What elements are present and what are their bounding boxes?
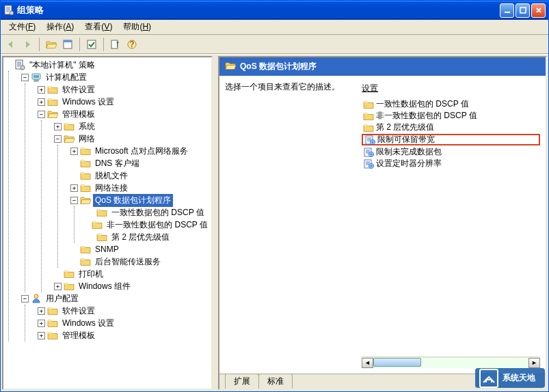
folder-icon [47,318,58,328]
list-item[interactable]: 限制未完成数据包 [362,146,540,158]
folder-open-icon [64,133,75,144]
tree-dscp-conforming[interactable]: 一致性数据包的 DSCP 值 [87,206,210,219]
tree-u-admin-templates[interactable]: +管理模板 [38,329,210,341]
watermark-icon [479,369,498,388]
list-item[interactable]: 一致性数据包的 DSCP 值 [362,98,540,110]
export-list-button[interactable] [108,37,123,52]
watermark: 系统天地 [475,368,545,388]
scroll-thumb[interactable] [373,358,421,367]
folder-icon [80,244,91,255]
list-item-label: 限制可保留带宽 [377,134,435,145]
list-item[interactable]: 第 2 层优先级值 [362,122,540,133]
collapse-icon[interactable]: − [54,135,62,143]
tree-bits[interactable]: 后台智能传送服务 [70,255,210,268]
scroll-left-button[interactable]: ◄ [362,358,373,368]
svg-rect-15 [520,8,526,13]
computer-icon [31,72,42,83]
folder-icon [80,182,91,193]
folder-icon [363,122,374,133]
expand-icon[interactable]: + [38,320,45,327]
tree-system[interactable]: +系统 [54,120,210,132]
folder-icon [92,219,103,230]
expand-icon[interactable]: + [38,86,45,94]
menu-file[interactable]: 文件(F) [3,20,41,34]
tree-network-conn[interactable]: +网络连接 [70,182,210,194]
expand-icon[interactable]: + [54,283,62,290]
scroll-track[interactable] [373,358,528,368]
tree-admin-templates[interactable]: −管理模板 [38,108,210,120]
expand-icon[interactable]: + [70,184,78,192]
list-item[interactable]: 非一致性数据包的 DSCP 值 [362,110,540,122]
app-icon [3,5,14,16]
nav-back-button[interactable] [3,37,18,52]
folder-icon [96,232,107,242]
folder-open-icon [80,195,91,206]
svg-rect-14 [505,12,510,13]
collapse-icon[interactable]: − [21,74,29,81]
collapse-icon[interactable]: − [38,111,45,118]
menu-help[interactable]: 帮助(H) [118,20,157,34]
column-header-settings[interactable]: 设置 [362,81,540,98]
menu-view[interactable]: 查看(V) [79,20,118,34]
folder-icon [80,158,91,169]
expand-icon[interactable]: + [38,98,45,106]
expand-icon[interactable]: + [54,123,62,130]
folder-icon [64,268,75,279]
menubar: 文件(F) 操作(A) 查看(V) 帮助(H) [1,20,548,35]
minimize-button[interactable] [500,3,514,18]
tree-computer-config[interactable]: −计算机配置 [21,71,210,83]
tree-dns-client[interactable]: DNS 客户端 [70,157,210,169]
tree-layer2-priority[interactable]: 第 2 层优先级值 [87,231,210,243]
tree-qos[interactable]: −QoS 数据包计划程序 [70,194,210,206]
tree-u-windows-settings[interactable]: +Windows 设置 [38,317,210,329]
folder-icon [80,170,91,181]
details-description: 选择一个项目来查看它的描述。 [225,81,362,368]
splitter[interactable] [214,55,217,391]
tree-windows-settings[interactable]: +Windows 设置 [38,96,210,108]
list-item-label: 一致性数据包的 DSCP 值 [376,98,469,110]
properties-button[interactable] [84,37,99,52]
settings-list[interactable]: 设置 一致性数据包的 DSCP 值非一致性数据包的 DSCP 值第 2 层优先级… [362,81,540,368]
help-button[interactable] [124,37,139,52]
expand-icon[interactable]: + [70,148,78,155]
details-pane: QoS 数据包计划程序 选择一个项目来查看它的描述。 设置 一致性数据包的 DS… [218,56,547,390]
list-item[interactable]: 限制可保留带宽 [362,134,540,145]
folder-icon [64,121,75,132]
folder-icon [80,256,91,267]
expand-icon[interactable]: + [38,307,45,315]
folder-icon [363,99,374,110]
menu-action[interactable]: 操作(A) [41,20,79,34]
tree-network[interactable]: −网络 [54,132,210,145]
list-item[interactable]: 设置定时器分辨率 [362,158,540,169]
tree-root[interactable]: "本地计算机" 策略 [5,59,210,71]
up-one-level-button[interactable] [44,37,59,52]
tree-pane[interactable]: "本地计算机" 策略 −计算机配置 +软件设置 +Windows 设置 −管理模… [2,56,213,390]
collapse-icon[interactable]: − [70,197,78,204]
setting-icon [364,135,375,145]
folder-icon [64,281,75,292]
close-button[interactable] [531,3,546,18]
tree-dscp-nonconforming[interactable]: 非一致性数据包的 DSCP 值 [87,219,210,231]
tab-standard[interactable]: 标准 [258,374,293,389]
titlebar: 组策略 [1,1,548,20]
tree-windows-components[interactable]: +Windows 组件 [54,280,210,292]
scroll-right-button[interactable]: ► [528,358,540,368]
tree-user-config[interactable]: −用户配置 [21,292,210,305]
collapse-icon[interactable]: − [21,295,29,303]
list-item-label: 限制未完成数据包 [376,146,442,158]
folder-icon [96,207,107,218]
tree-software-settings[interactable]: +软件设置 [38,83,210,96]
tree-offline-files[interactable]: 脱机文件 [70,169,210,182]
tree-printers[interactable]: 打印机 [54,268,210,280]
show-hide-tree-button[interactable] [60,37,75,52]
horizontal-scrollbar[interactable]: ◄ ► [362,356,540,368]
expand-icon[interactable]: + [38,332,45,339]
tree-u-software-settings[interactable]: +软件设置 [38,305,210,317]
tab-extended[interactable]: 扩展 [225,374,259,389]
folder-icon [47,84,58,95]
tree-ms-p2p[interactable]: +Microsoft 点对点网络服务 [70,145,210,157]
policy-icon [14,59,25,70]
tree-snmp[interactable]: SNMP [70,243,210,255]
maximize-button[interactable] [515,3,530,18]
nav-forward-button[interactable] [20,37,35,52]
